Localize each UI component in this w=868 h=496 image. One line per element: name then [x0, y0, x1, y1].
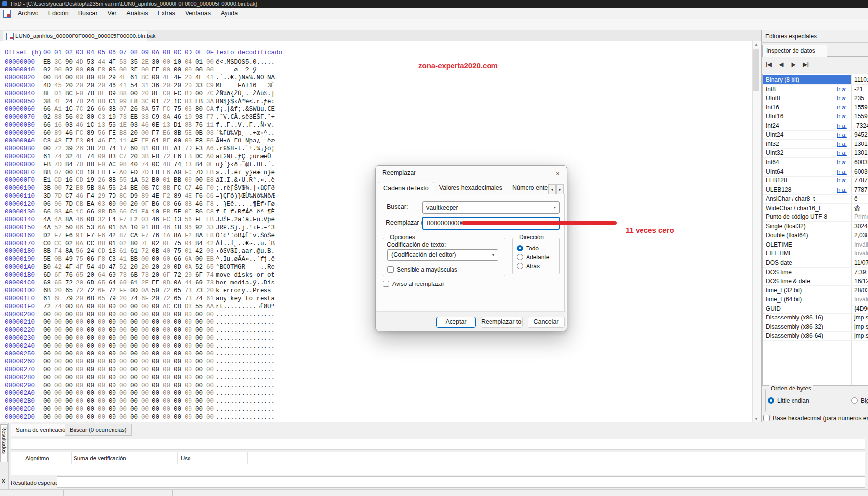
- hex-byte[interactable]: 7D: [195, 169, 206, 177]
- hex-byte[interactable]: 0B: [195, 129, 206, 137]
- hex-byte[interactable]: 00: [76, 66, 87, 74]
- hex-byte[interactable]: 00: [87, 326, 98, 334]
- hex-byte[interactable]: 3C: [54, 58, 65, 66]
- hex-byte[interactable]: 8A: [141, 106, 152, 113]
- hex-byte[interactable]: EB: [163, 208, 174, 216]
- goto-link[interactable]: Ir a:: [837, 103, 847, 112]
- hex-byte[interactable]: A1: [174, 145, 185, 153]
- row-offset[interactable]: 00000240: [5, 342, 35, 350]
- hex-byte[interactable]: 00: [87, 334, 98, 342]
- inspector-row-int8[interactable]: Int8Ir a:-21: [763, 85, 868, 94]
- hex-byte[interactable]: 99: [119, 98, 130, 106]
- hex-byte[interactable]: 00: [43, 382, 54, 390]
- hex-byte[interactable]: 0E: [163, 240, 174, 248]
- hex-byte[interactable]: 6F: [98, 287, 109, 295]
- hex-byte[interactable]: 10: [87, 169, 98, 177]
- hex-byte[interactable]: 76: [65, 271, 76, 279]
- hex-byte[interactable]: 00: [87, 303, 98, 311]
- inspector-row-int32[interactable]: Int32Ir a:1301298411: [763, 140, 868, 149]
- hex-byte[interactable]: 00: [43, 397, 54, 405]
- hex-byte[interactable]: 8C: [119, 192, 130, 200]
- hex-byte[interactable]: 74: [87, 153, 98, 161]
- hex-byte[interactable]: 00: [141, 405, 152, 413]
- document-tab[interactable]: LUN0_apnhlos_00000F0F0000_000005F00000.b…: [3, 31, 147, 41]
- results-close-icon[interactable]: x: [2, 477, 5, 484]
- hex-byte[interactable]: 72: [141, 248, 152, 255]
- hex-byte[interactable]: 89: [174, 192, 185, 200]
- hex-byte[interactable]: 00: [141, 350, 152, 358]
- hex-byte[interactable]: 73: [195, 287, 206, 295]
- hex-byte[interactable]: 73: [185, 287, 195, 295]
- hex-byte[interactable]: 00: [43, 390, 54, 397]
- hex-byte[interactable]: 00: [141, 413, 152, 421]
- hex-byte[interactable]: 96: [185, 224, 195, 232]
- hex-byte[interactable]: 7D: [76, 161, 87, 169]
- hex-byte[interactable]: 00: [174, 326, 185, 334]
- hex-byte[interactable]: 88: [54, 113, 65, 121]
- hex-byte[interactable]: E8: [195, 137, 206, 145]
- inspector-row-dos-time-date[interactable]: DOS time & date16/12/: [763, 277, 868, 286]
- hex-byte[interactable]: 6B: [87, 295, 98, 303]
- hex-byte[interactable]: 20: [76, 279, 87, 287]
- hex-byte[interactable]: 00: [185, 413, 195, 421]
- row-offset[interactable]: 00000140: [5, 216, 35, 224]
- hex-byte[interactable]: 4D: [98, 263, 109, 271]
- hex-byte[interactable]: 20: [130, 263, 141, 271]
- hex-byte[interactable]: 20: [185, 271, 195, 279]
- inspector-row-dos-date[interactable]: DOS date11/07/: [763, 258, 868, 268]
- hex-byte[interactable]: 00: [185, 390, 195, 397]
- hex-byte[interactable]: CD: [76, 169, 87, 177]
- hex-byte[interactable]: 65: [76, 271, 87, 279]
- hex-byte[interactable]: 74: [54, 153, 65, 161]
- nav-next-button[interactable]: ▶: [790, 59, 797, 69]
- hex-byte[interactable]: 00: [109, 405, 119, 413]
- hex-byte[interactable]: 73: [185, 295, 195, 303]
- hex-byte[interactable]: 42: [195, 248, 206, 255]
- hex-byte[interactable]: 00: [43, 311, 54, 319]
- hex-byte[interactable]: 00: [65, 326, 76, 334]
- hex-byte[interactable]: 7D: [76, 98, 87, 106]
- menu-item-ventanas[interactable]: Ventanas: [180, 8, 216, 19]
- hex-byte[interactable]: 8A: [65, 216, 76, 224]
- hex-byte[interactable]: 00: [98, 342, 109, 350]
- hex-byte[interactable]: 00: [76, 390, 87, 397]
- hex-byte[interactable]: 00: [174, 366, 185, 374]
- hex-byte[interactable]: 75: [174, 106, 185, 113]
- hex-byte[interactable]: 00: [130, 366, 141, 374]
- hex-byte[interactable]: 00: [174, 374, 185, 382]
- hex-byte[interactable]: 00: [65, 342, 76, 350]
- inspector-row-disassembly-x86-16[interactable]: Disassembly (x86-16)jmp s: [763, 313, 868, 322]
- hex-byte[interactable]: 60: [163, 255, 174, 263]
- hex-byte[interactable]: 0D: [65, 303, 76, 311]
- hex-byte[interactable]: 00: [195, 334, 206, 342]
- hex-byte[interactable]: 13: [163, 121, 174, 129]
- hex-byte[interactable]: 00: [43, 319, 54, 326]
- hex-byte[interactable]: 04: [185, 58, 195, 66]
- hex-byte[interactable]: 00: [54, 311, 65, 319]
- hex-byte[interactable]: EB: [152, 169, 163, 177]
- hex-byte[interactable]: B1: [141, 145, 152, 153]
- row-offset[interactable]: 00000110: [5, 192, 35, 200]
- hex-byte[interactable]: F2: [185, 232, 195, 240]
- menu-item-ayuda[interactable]: Ayuda: [216, 8, 243, 19]
- hex-byte[interactable]: 24: [65, 98, 76, 106]
- hex-byte[interactable]: 6F: [163, 271, 174, 279]
- hex-byte[interactable]: 1A: [163, 232, 174, 240]
- hex-byte[interactable]: 46: [174, 113, 185, 121]
- decoded-text[interactable]: .....ø..?.ÿ.....: [216, 66, 275, 74]
- hex-byte[interactable]: 02: [65, 66, 76, 74]
- hex-byte[interactable]: 55: [119, 177, 130, 184]
- hex-byte[interactable]: 75: [174, 248, 185, 255]
- goto-link[interactable]: Ir a:: [837, 176, 847, 185]
- hex-byte[interactable]: 73: [119, 113, 130, 121]
- hex-byte[interactable]: 00: [152, 390, 163, 397]
- hex-byte[interactable]: 46: [163, 224, 174, 232]
- inspector-row-widechar-char16-t[interactable]: WideChar / char16_t㳫: [763, 204, 868, 213]
- hex-byte[interactable]: 8B: [87, 161, 98, 169]
- hex-byte[interactable]: 00: [119, 374, 130, 382]
- hex-byte[interactable]: 66: [43, 121, 54, 129]
- hex-byte[interactable]: 61: [130, 279, 141, 287]
- hex-byte[interactable]: B8: [119, 129, 130, 137]
- hex-byte[interactable]: 00: [185, 405, 195, 413]
- hex-byte[interactable]: 00: [152, 374, 163, 382]
